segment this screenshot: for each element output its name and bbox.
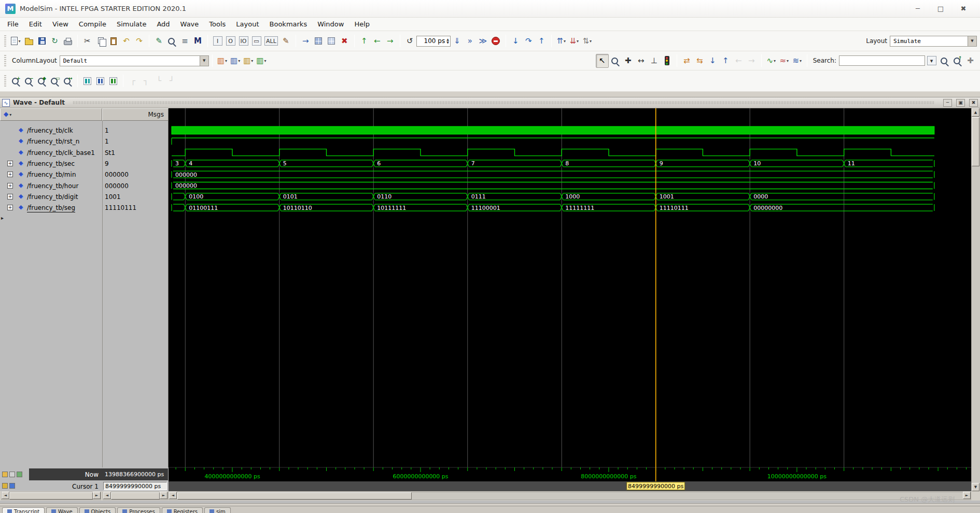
delete-edge-button[interactable]: ⇆ [693, 54, 706, 68]
values-scroll-thumb[interactable] [111, 492, 160, 500]
zoom-in-button[interactable]: + [9, 74, 22, 88]
wave-close-button[interactable]: ✖ [969, 99, 978, 107]
find-falling-edge-button[interactable]: └ [152, 74, 165, 88]
stretch-mode-button[interactable]: ↔ [635, 54, 648, 68]
performance-up-button[interactable]: ⇈▾ [555, 34, 568, 48]
delete-cursor-button[interactable] [107, 74, 120, 88]
names-scroll-right-button[interactable]: ► [93, 492, 101, 499]
bottom-tab-registers[interactable]: Registers [162, 507, 203, 513]
run-button[interactable]: ⇓ [451, 34, 464, 48]
modelsim-m-button[interactable]: M [191, 34, 204, 48]
compile-order-button[interactable]: ≡ [178, 34, 191, 48]
zoom-out-button[interactable]: − [22, 74, 35, 88]
menu-bookmarks[interactable]: Bookmarks [264, 20, 313, 28]
new-file-button[interactable]: ▾ [9, 34, 22, 48]
column-divider[interactable] [102, 121, 103, 467]
msgs-column-header[interactable]: Msgs [102, 108, 169, 121]
stop-drawing-button[interactable] [661, 54, 674, 68]
timeline-tool-icon[interactable] [2, 472, 8, 477]
zoom-mode-button[interactable] [609, 54, 622, 68]
end-simulation-button[interactable]: ✖ [338, 34, 351, 48]
maximize-button[interactable]: □ [929, 5, 952, 12]
zoom-cursor-button[interactable]: ↔ [61, 74, 74, 88]
names-scrollbar[interactable]: ◄ ► [1, 492, 101, 500]
toolbar-grip[interactable] [4, 75, 6, 87]
copy-button[interactable] [94, 34, 107, 48]
menu-wave[interactable]: Wave [175, 20, 204, 28]
dropdown-arrow-icon[interactable]: ▾ [800, 59, 802, 63]
group-column-button[interactable]: ▥▾ [255, 54, 268, 68]
bottom-tab-processes[interactable]: Processes [117, 507, 160, 513]
reload-button[interactable]: ↻ [48, 34, 61, 48]
pan-mode-button[interactable]: ✚ [622, 54, 635, 68]
signal-row-hour[interactable]: +◆/fruency_tb/hour [0, 180, 102, 191]
zoom-full-button[interactable]: ◆ [35, 74, 48, 88]
menu-view[interactable]: View [47, 20, 74, 28]
expand-icon[interactable]: + [7, 183, 13, 189]
waveform-canvas[interactable]: 3456789101100000000000001000101011001111… [169, 108, 971, 491]
cursor-lock-icon[interactable] [2, 483, 8, 489]
wave-scrollbar[interactable]: ◄ ► [169, 492, 971, 500]
env-back-button[interactable]: ← [371, 34, 384, 48]
remove-column-button[interactable]: ▥▾ [229, 54, 242, 68]
values-scroll-right-button[interactable]: ► [160, 492, 167, 499]
group-wave-button[interactable]: ≋▾ [791, 54, 804, 68]
load-design-button[interactable]: → [299, 34, 312, 48]
bottom-tab-sim[interactable]: sim [204, 507, 231, 513]
move-edge-down-button[interactable]: ↓ [706, 54, 719, 68]
titlebar-drag-grip[interactable] [73, 101, 934, 104]
menu-tools[interactable]: Tools [204, 20, 231, 28]
menu-add[interactable]: Add [151, 20, 175, 28]
find-button[interactable] [165, 34, 178, 48]
menu-layout[interactable]: Layout [231, 20, 264, 28]
toolbar-grip[interactable] [4, 35, 6, 47]
wave-scroll-left-button[interactable]: ◄ [169, 492, 177, 499]
signal-row-seg[interactable]: +◆/fruency_tb/seg [0, 202, 102, 213]
dropdown-arrow-icon[interactable]: ▾ [18, 39, 20, 44]
spin-down-icon[interactable]: ▼ [446, 41, 449, 44]
dropdown-arrow-icon[interactable]: ▾ [251, 59, 253, 63]
values-scrollbar[interactable]: ◄ ► [103, 492, 168, 500]
names-column-header[interactable]: ◆▾ [0, 108, 102, 121]
add-column-button[interactable]: ▥▾ [216, 54, 229, 68]
expand-icon[interactable]: + [7, 161, 13, 166]
wave-scroll-right-button[interactable]: ► [963, 492, 971, 499]
cursor-i-button[interactable]: I [211, 34, 224, 48]
signal-row-digit[interactable]: +◆/fruency_tb/digit [0, 191, 102, 202]
cursor-o-button[interactable]: O [224, 34, 237, 48]
edit-mode-button[interactable]: ⊥ [648, 54, 661, 68]
break-button[interactable] [489, 34, 502, 48]
dropdown-arrow-icon[interactable]: ▾ [787, 59, 789, 63]
signal-row-sec[interactable]: +◆/fruency_tb/sec [0, 158, 102, 169]
run-all-button[interactable]: ≫ [477, 34, 489, 48]
toolbar-grip[interactable] [4, 55, 6, 66]
show-all-button[interactable]: ALL [263, 34, 279, 48]
find-last-edge-button[interactable]: ┘ [165, 74, 178, 88]
chevron-down-icon[interactable]: ▼ [968, 36, 976, 46]
bottom-tab-wave[interactable]: Wave [46, 507, 77, 513]
cut-button[interactable]: ✂ [81, 34, 94, 48]
restart-button[interactable]: ↺ [403, 34, 416, 48]
paste-button[interactable] [107, 34, 120, 48]
add-cursor-button[interactable] [81, 74, 94, 88]
simulation-config-button[interactable] [312, 34, 325, 48]
columnlayout-select[interactable]: Default▼ [60, 55, 209, 66]
signal-filter-button[interactable]: ◆▾ [4, 110, 11, 118]
expand-icon[interactable]: + [7, 205, 13, 210]
find-rising-edge-button[interactable]: ┐ [139, 74, 152, 88]
step-over-button[interactable]: ↷ [522, 34, 535, 48]
values-scroll-left-button[interactable]: ◄ [103, 492, 111, 499]
recompile-button[interactable]: ✎ [152, 34, 165, 48]
bottom-tab-objects[interactable]: Objects [79, 507, 116, 513]
performance-sort-button[interactable]: ⇅▾ [581, 34, 594, 48]
close-button[interactable]: ✖ [952, 5, 975, 12]
signal-row-clk[interactable]: ◆/fruency_tb/clk [0, 125, 102, 136]
wave-dock-button[interactable]: ─ [943, 99, 952, 107]
find-first-edge-button[interactable]: ┌ [127, 74, 139, 88]
search-dropdown-button[interactable]: ▾ [925, 54, 938, 68]
scroll-up-button[interactable]: ▲ [972, 108, 979, 117]
extend-right-button[interactable]: → [745, 54, 758, 68]
insert-pulse-button[interactable]: ⇄ [680, 54, 693, 68]
step-into-button[interactable]: ↓ [509, 34, 522, 48]
dropdown-arrow-icon[interactable]: ▾ [590, 39, 592, 44]
